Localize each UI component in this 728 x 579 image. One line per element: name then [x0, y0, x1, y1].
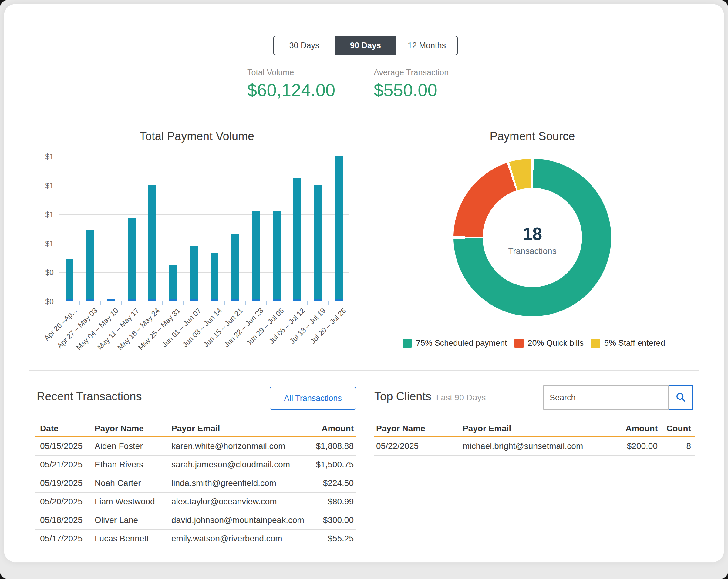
- y-axis-label: $1: [35, 152, 54, 161]
- total-volume-label: Total Volume: [247, 68, 335, 77]
- legend-swatch: [402, 339, 412, 348]
- y-axis-label: $1: [35, 210, 54, 219]
- table-cell: 05/21/2025: [40, 460, 95, 470]
- bar-chart-title: Total Payment Volume: [52, 130, 342, 143]
- table-cell: 05/22/2025: [376, 441, 463, 451]
- legend-label: 20% Quick bills: [528, 339, 584, 348]
- table-row: 05/15/2025Aiden Fosterkaren.white@horizo…: [35, 437, 356, 455]
- table-row: 05/19/2025Noah Carterlinda.smith@greenfi…: [35, 474, 356, 493]
- x-axis-tick: [121, 301, 122, 306]
- table-cell: 05/15/2025: [40, 441, 95, 451]
- app-window: 30 Days90 Days12 Months Total Volume $60…: [0, 0, 728, 579]
- table-cell: 05/19/2025: [40, 478, 95, 488]
- bar[interactable]: [190, 246, 198, 301]
- table-cell: 05/18/2025: [40, 515, 95, 525]
- column-header: Payor Email: [463, 424, 597, 433]
- table-cell: Aiden Foster: [95, 441, 172, 451]
- search-input[interactable]: [543, 386, 669, 410]
- table-cell: Lucas Bennett: [95, 534, 172, 544]
- bar[interactable]: [86, 230, 94, 301]
- table-cell: alex.taylor@oceanview.com: [172, 497, 308, 506]
- legend-swatch: [515, 339, 524, 348]
- bar[interactable]: [252, 211, 260, 301]
- donut-center: 18 Transactions: [483, 188, 582, 287]
- column-header: Payor Email: [172, 424, 308, 433]
- table-row: 05/21/2025Ethan Riverssarah.jameson@clou…: [35, 455, 356, 474]
- y-axis-label: $1: [35, 239, 54, 248]
- search-button[interactable]: [669, 386, 693, 410]
- gridline: [59, 243, 349, 244]
- average-transaction-value: $550.00: [374, 80, 449, 100]
- average-transaction-stat: Average Transaction $550.00: [374, 68, 449, 100]
- bar[interactable]: [335, 156, 343, 301]
- legend-item: 20% Quick bills: [515, 339, 584, 348]
- bar[interactable]: [66, 259, 73, 301]
- table-cell: $300.00: [308, 515, 354, 525]
- table-cell: Noah Carter: [95, 478, 172, 488]
- table-header-row: Payor NamePayor EmailAmountCount: [374, 421, 695, 436]
- top-clients-subtitle: Last 90 Days: [436, 393, 486, 402]
- x-axis-tick: [266, 301, 267, 306]
- recent-transactions-table: DatePayor NamePayor EmailAmount05/15/202…: [35, 421, 356, 548]
- tab-90-days[interactable]: 90 Days: [335, 36, 396, 55]
- tab-12-months[interactable]: 12 Months: [396, 36, 458, 55]
- table-cell: 8: [658, 441, 691, 451]
- x-axis-tick: [79, 301, 80, 306]
- gridline: [59, 272, 349, 273]
- bar[interactable]: [169, 265, 177, 301]
- donut-chart: 18 Transactions: [453, 159, 611, 316]
- tab-30-days[interactable]: 30 Days: [274, 36, 335, 55]
- table-row: 05/18/2025Oliver Lanedavid.johnson@mount…: [35, 511, 356, 530]
- average-transaction-label: Average Transaction: [374, 68, 449, 77]
- bar[interactable]: [231, 234, 239, 301]
- x-axis-tick: [349, 301, 349, 306]
- table-cell: 05/17/2025: [40, 534, 95, 544]
- gridline: [59, 157, 349, 157]
- bar[interactable]: [107, 299, 115, 301]
- bar[interactable]: [128, 218, 136, 301]
- section-divider: [29, 370, 699, 371]
- table-cell: $80.99: [308, 497, 354, 506]
- column-header: Amount: [308, 424, 354, 433]
- x-axis-tick: [162, 301, 163, 306]
- x-axis-tick: [204, 301, 204, 306]
- x-axis-tick: [225, 301, 225, 306]
- all-transactions-button[interactable]: All Transactions: [270, 387, 356, 410]
- table-cell: michael.bright@sunsetmail.com: [463, 441, 597, 451]
- bar[interactable]: [210, 253, 218, 301]
- top-clients-title: Top ClientsLast 90 Days: [374, 390, 486, 403]
- bar[interactable]: [314, 185, 322, 301]
- gridline: [59, 214, 349, 215]
- table-header-row: DatePayor NamePayor EmailAmount: [35, 421, 356, 436]
- table-row: 05/17/2025Lucas Bennettemily.watson@rive…: [35, 530, 356, 548]
- total-volume-stat: Total Volume $60,124.00: [247, 68, 335, 100]
- top-clients-search: [543, 386, 693, 410]
- x-axis-tick: [142, 301, 142, 306]
- column-header: Payor Name: [95, 424, 172, 433]
- search-icon: [675, 391, 686, 404]
- donut-center-value: 18: [523, 223, 542, 244]
- gridline: [59, 186, 349, 186]
- bar[interactable]: [148, 185, 156, 301]
- column-header: Payor Name: [376, 424, 463, 433]
- donut-center-label: Transactions: [508, 246, 556, 256]
- bar-chart-plot: $1$1$1$1$0$0Apr 20 –Ap...Apr 27 – May 03…: [59, 157, 349, 301]
- period-toggle: 30 Days90 Days12 Months: [273, 36, 458, 55]
- bar[interactable]: [273, 211, 281, 301]
- y-axis-label: $0: [35, 268, 54, 277]
- x-axis-tick: [100, 301, 101, 306]
- y-axis-label: $0: [35, 297, 54, 306]
- legend-item: 5% Staff entered: [591, 339, 665, 348]
- table-cell: linda.smith@greenfield.com: [172, 478, 308, 488]
- table-cell: $224.50: [308, 478, 354, 488]
- x-axis-tick: [307, 301, 308, 306]
- top-clients-table: Payor NamePayor EmailAmountCount05/22/20…: [374, 421, 695, 455]
- table-cell: $1,500.75: [308, 460, 354, 470]
- top-clients-title-text: Top Clients: [374, 390, 431, 403]
- legend-swatch: [591, 339, 600, 348]
- bar[interactable]: [293, 178, 301, 301]
- table-cell: Ethan Rivers: [95, 460, 172, 470]
- table-cell: Liam Westwood: [95, 497, 172, 506]
- table-cell: david.johnson@mountainpeak.com: [172, 515, 308, 525]
- table-cell: Oliver Lane: [95, 515, 172, 525]
